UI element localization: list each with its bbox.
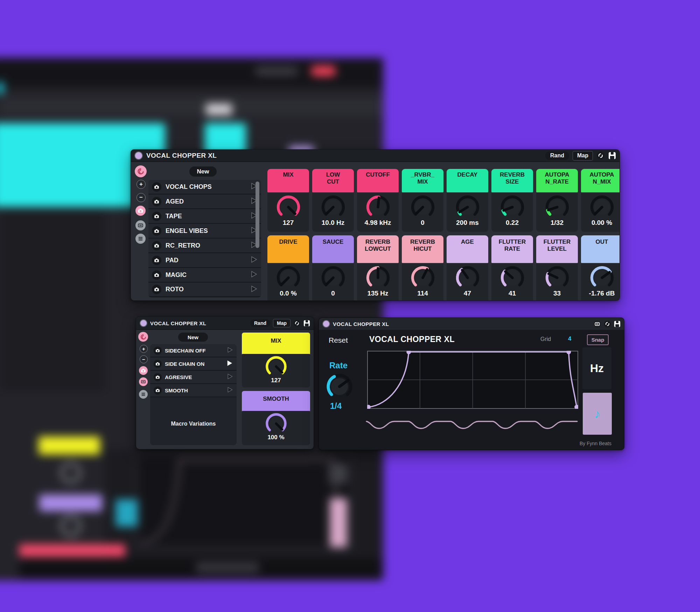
macro-knob[interactable] (409, 193, 436, 220)
camera-icon (154, 347, 162, 355)
hz-mode-button[interactable]: Hz (582, 347, 611, 389)
macro-knob-cell[interactable]: 127 (267, 193, 309, 232)
recall-triangle-icon[interactable] (250, 256, 258, 265)
new-preset-button[interactable]: New (189, 166, 217, 177)
camera-icon (152, 270, 161, 280)
camera-mode-icon[interactable] (135, 206, 146, 216)
macro-label-bottom: AGE (447, 235, 488, 263)
add-preset-icon[interactable]: + (136, 180, 146, 189)
preset-row[interactable]: TAPE (148, 209, 261, 224)
remove-preset-icon[interactable]: − (140, 355, 148, 363)
new-variation-button[interactable]: New (178, 333, 208, 342)
save-icon[interactable] (303, 320, 310, 327)
macro-knob[interactable] (275, 193, 302, 220)
macro-knob-cell[interactable]: 0 (402, 193, 443, 232)
preset-row[interactable]: AGED (148, 194, 261, 209)
macro-knob[interactable] (364, 264, 392, 291)
camera-mode-icon[interactable] (139, 366, 148, 375)
macro-knob-cell[interactable]: 0.00 % (581, 193, 620, 232)
snap-button[interactable]: Snap (587, 334, 609, 345)
sync-icon[interactable] (596, 151, 605, 160)
macro-knob[interactable] (320, 193, 347, 220)
macro-knob-cell[interactable]: 114 (402, 264, 443, 301)
preset-row[interactable]: RC_RETRO (148, 239, 261, 253)
float-window-icon[interactable] (594, 320, 601, 328)
recall-triangle-icon[interactable] (250, 285, 258, 294)
sync-icon[interactable] (604, 320, 611, 328)
macro-knob[interactable] (454, 264, 481, 291)
envelope-graph[interactable] (367, 351, 578, 409)
preset-row[interactable]: ENGEL VIBES (148, 224, 261, 239)
macro-knob-cell[interactable]: 0.0 % (267, 264, 309, 301)
camera-icon (152, 256, 161, 265)
preset-morph-icon[interactable] (135, 165, 147, 177)
macro-knob-cell[interactable]: 135 Hz (357, 264, 399, 301)
list-view-icon[interactable] (135, 234, 146, 244)
macro-knob[interactable] (499, 193, 526, 220)
macro-knob[interactable] (544, 264, 571, 291)
macro-knob-cell[interactable]: 200 ms (447, 193, 488, 232)
remove-preset-icon[interactable]: − (136, 193, 146, 202)
macro-knob[interactable] (320, 264, 347, 291)
map-button[interactable]: Map (273, 319, 290, 327)
variation-row[interactable]: SMOOTH (150, 384, 237, 397)
rate-knob[interactable] (324, 371, 355, 401)
macro-knob-cell[interactable]: -1.76 dB (581, 264, 620, 301)
sync-icon[interactable] (293, 320, 301, 327)
macro-knob[interactable] (454, 193, 481, 220)
preset-row[interactable]: MAGIC (148, 268, 261, 283)
rand-button[interactable]: Rand (250, 319, 270, 327)
reset-button[interactable]: Reset (329, 336, 348, 344)
preset-row[interactable]: ROTO (148, 283, 261, 297)
preset-row[interactable]: VOCAL CHOPS (148, 180, 261, 194)
variation-row[interactable]: SIDECHAIN OFF (150, 344, 237, 357)
macro-knob[interactable] (364, 193, 392, 220)
preset-list-scrollbar[interactable] (255, 182, 259, 248)
macro-knob[interactable] (588, 193, 616, 220)
snapshot-remove-icon[interactable] (135, 220, 146, 230)
macro-knob-cell[interactable]: 10.0 Hz (312, 193, 354, 232)
map-button[interactable]: Map (573, 151, 593, 161)
recall-triangle-icon[interactable] (226, 347, 233, 355)
save-icon[interactable] (608, 152, 616, 159)
device-on-lamp[interactable] (134, 151, 143, 160)
recall-triangle-icon[interactable] (226, 373, 233, 381)
device-on-lamp[interactable] (140, 319, 147, 327)
blurred-daw-backdrop (0, 0, 700, 612)
variation-row-selected[interactable]: SIDE CHAIN ON (150, 357, 237, 371)
macro-knob-cell[interactable]: 47 (447, 264, 488, 301)
macro-knob[interactable] (544, 193, 571, 220)
macro-label-bottom: REVERB HICUT (402, 235, 443, 263)
list-view-icon[interactable] (139, 390, 148, 399)
envelope-curve[interactable] (367, 351, 578, 409)
recall-triangle-icon[interactable] (226, 386, 233, 394)
macro-knob[interactable] (499, 264, 526, 291)
grid-value[interactable]: 4 (568, 335, 571, 342)
add-preset-icon[interactable]: + (140, 345, 148, 353)
macro-knob-cell[interactable]: 0.22 (491, 193, 533, 232)
rate-value[interactable]: 1/4 (330, 401, 342, 411)
note-mode-button[interactable]: ♪ (583, 393, 612, 435)
recall-triangle-icon[interactable] (250, 270, 258, 279)
preset-row[interactable]: PAD (148, 253, 261, 268)
macro-knob-cell[interactable]: 4.98 kHz (357, 193, 399, 232)
macro-knob[interactable] (264, 411, 288, 435)
recall-triangle-icon-active[interactable] (226, 360, 233, 368)
macro-knob-cell[interactable]: 33 (536, 264, 578, 301)
variation-macro-knob-cell[interactable]: 100 % (242, 411, 310, 445)
preset-morph-icon[interactable] (138, 332, 148, 342)
macro-knob-cell[interactable]: 1/32 (536, 193, 578, 232)
device-title: VOCAL CHOPPER XL (146, 152, 217, 159)
macro-knob[interactable] (588, 264, 616, 291)
variation-macro-knob-cell[interactable]: 127 (242, 354, 310, 387)
snapshot-remove-icon[interactable] (139, 377, 148, 386)
macro-knob[interactable] (275, 264, 302, 291)
save-icon[interactable] (614, 321, 621, 327)
macro-knob-cell[interactable]: 0 (312, 264, 354, 301)
rand-button[interactable]: Rand (545, 151, 569, 160)
variation-row[interactable]: AGRESIVE (150, 371, 237, 384)
macro-knob-cell[interactable]: 41 (491, 264, 533, 301)
device-on-lamp[interactable] (322, 320, 330, 328)
macro-knob[interactable] (409, 264, 436, 291)
macro-knob[interactable] (264, 354, 288, 378)
